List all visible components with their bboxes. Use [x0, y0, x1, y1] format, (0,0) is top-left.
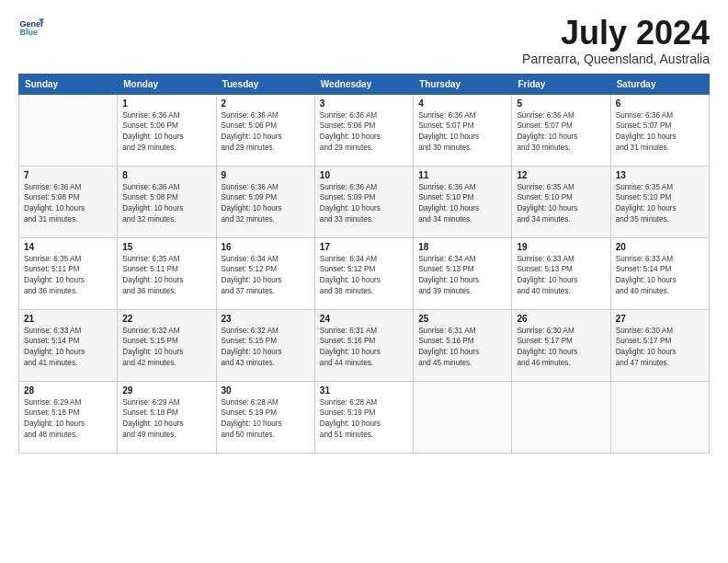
day-info: Sunrise: 6:33 AMSunset: 5:14 PMDaylight:… [24, 326, 112, 370]
day-info: Sunrise: 6:33 AMSunset: 5:14 PMDaylight:… [616, 254, 704, 298]
day-info: Sunrise: 6:31 AMSunset: 5:16 PMDaylight:… [320, 326, 408, 370]
day-number: 7 [24, 170, 112, 180]
calendar-cell: 19Sunrise: 6:33 AMSunset: 5:13 PMDayligh… [512, 237, 610, 309]
calendar-body: 1Sunrise: 6:36 AMSunset: 5:06 PMDaylight… [19, 94, 710, 453]
day-number: 9 [222, 170, 310, 180]
calendar-cell: 8Sunrise: 6:36 AMSunset: 5:08 PMDaylight… [118, 166, 216, 237]
day-info: Sunrise: 6:29 AMSunset: 5:18 PMDaylight:… [24, 397, 112, 442]
calendar-cell: 26Sunrise: 6:30 AMSunset: 5:17 PMDayligh… [512, 309, 610, 381]
calendar-cell: 28Sunrise: 6:29 AMSunset: 5:18 PMDayligh… [19, 381, 118, 453]
week-row-2: 7Sunrise: 6:36 AMSunset: 5:08 PMDaylight… [19, 166, 710, 237]
day-info: Sunrise: 6:36 AMSunset: 5:10 PMDaylight:… [418, 182, 506, 226]
day-info: Sunrise: 6:35 AMSunset: 5:10 PMDaylight:… [616, 182, 704, 226]
day-number: 2 [222, 98, 310, 109]
week-row-4: 21Sunrise: 6:33 AMSunset: 5:14 PMDayligh… [19, 309, 710, 381]
calendar-cell: 14Sunrise: 6:35 AMSunset: 5:11 PMDayligh… [19, 237, 118, 309]
calendar-cell: 30Sunrise: 6:28 AMSunset: 5:19 PMDayligh… [216, 381, 314, 453]
day-number: 22 [122, 314, 210, 324]
day-number: 16 [222, 242, 310, 252]
calendar-cell: 3Sunrise: 6:36 AMSunset: 5:06 PMDaylight… [314, 94, 413, 166]
day-info: Sunrise: 6:30 AMSunset: 5:17 PMDaylight:… [616, 326, 704, 370]
day-number: 31 [320, 385, 408, 396]
day-number: 26 [517, 314, 605, 324]
day-number: 12 [517, 170, 605, 180]
calendar-cell: 17Sunrise: 6:34 AMSunset: 5:12 PMDayligh… [314, 237, 413, 309]
svg-text:Blue: Blue [19, 28, 38, 37]
calendar-cell: 16Sunrise: 6:34 AMSunset: 5:12 PMDayligh… [216, 237, 314, 309]
calendar-cell: 31Sunrise: 6:28 AMSunset: 5:19 PMDayligh… [314, 381, 413, 453]
calendar-cell: 12Sunrise: 6:35 AMSunset: 5:10 PMDayligh… [512, 166, 610, 237]
calendar-cell: 10Sunrise: 6:36 AMSunset: 5:09 PMDayligh… [314, 166, 413, 237]
day-info: Sunrise: 6:34 AMSunset: 5:12 PMDaylight:… [320, 254, 408, 298]
day-number: 20 [616, 242, 704, 252]
day-info: Sunrise: 6:36 AMSunset: 5:06 PMDaylight:… [122, 110, 210, 155]
header-day-sunday: Sunday [19, 74, 118, 94]
day-number: 4 [418, 98, 506, 109]
calendar-cell: 29Sunrise: 6:29 AMSunset: 5:18 PMDayligh… [118, 381, 216, 453]
day-info: Sunrise: 6:36 AMSunset: 5:09 PMDaylight:… [222, 182, 310, 226]
calendar-cell: 6Sunrise: 6:36 AMSunset: 5:07 PMDaylight… [610, 94, 709, 166]
calendar-cell: 11Sunrise: 6:36 AMSunset: 5:10 PMDayligh… [414, 166, 512, 237]
calendar-cell [512, 381, 610, 453]
calendar-cell [610, 381, 709, 453]
day-info: Sunrise: 6:28 AMSunset: 5:19 PMDaylight:… [222, 397, 310, 442]
calendar-cell: 4Sunrise: 6:36 AMSunset: 5:07 PMDaylight… [414, 94, 512, 166]
day-number: 3 [320, 98, 408, 109]
day-number: 21 [24, 314, 112, 324]
day-number: 27 [616, 314, 704, 324]
day-info: Sunrise: 6:36 AMSunset: 5:07 PMDaylight:… [418, 110, 506, 155]
day-info: Sunrise: 6:28 AMSunset: 5:19 PMDaylight:… [320, 397, 408, 442]
week-row-1: 1Sunrise: 6:36 AMSunset: 5:06 PMDaylight… [19, 94, 710, 166]
calendar-table: SundayMondayTuesdayWednesdayThursdayFrid… [18, 74, 710, 454]
day-number: 15 [122, 242, 210, 252]
day-number: 11 [418, 170, 506, 180]
header: General Blue July 2024 Parrearra, Queens… [18, 15, 710, 66]
day-number: 8 [122, 170, 210, 180]
calendar-header-row: SundayMondayTuesdayWednesdayThursdayFrid… [19, 74, 710, 94]
day-info: Sunrise: 6:31 AMSunset: 5:16 PMDaylight:… [418, 326, 506, 370]
day-info: Sunrise: 6:35 AMSunset: 5:11 PMDaylight:… [122, 254, 210, 298]
day-info: Sunrise: 6:30 AMSunset: 5:17 PMDaylight:… [517, 326, 605, 370]
day-info: Sunrise: 6:35 AMSunset: 5:10 PMDaylight:… [517, 182, 605, 226]
day-info: Sunrise: 6:36 AMSunset: 5:07 PMDaylight:… [616, 110, 704, 155]
logo-icon: General Blue [18, 15, 44, 40]
calendar-cell: 1Sunrise: 6:36 AMSunset: 5:06 PMDaylight… [118, 94, 216, 166]
header-day-thursday: Thursday [414, 74, 512, 94]
calendar-cell: 5Sunrise: 6:36 AMSunset: 5:07 PMDaylight… [512, 94, 610, 166]
day-number: 30 [222, 385, 310, 396]
calendar-cell: 25Sunrise: 6:31 AMSunset: 5:16 PMDayligh… [414, 309, 512, 381]
day-info: Sunrise: 6:32 AMSunset: 5:15 PMDaylight:… [222, 326, 310, 370]
calendar-cell: 18Sunrise: 6:34 AMSunset: 5:13 PMDayligh… [414, 237, 512, 309]
header-day-tuesday: Tuesday [216, 74, 314, 94]
day-info: Sunrise: 6:36 AMSunset: 5:06 PMDaylight:… [320, 110, 408, 155]
calendar-cell: 21Sunrise: 6:33 AMSunset: 5:14 PMDayligh… [19, 309, 118, 381]
header-day-monday: Monday [118, 74, 216, 94]
header-day-wednesday: Wednesday [314, 74, 413, 94]
day-info: Sunrise: 6:36 AMSunset: 5:09 PMDaylight:… [320, 182, 408, 226]
header-day-friday: Friday [512, 74, 610, 94]
header-day-saturday: Saturday [610, 74, 709, 94]
calendar-cell [19, 94, 118, 166]
day-number: 13 [616, 170, 704, 180]
month-title: July 2024 [522, 15, 710, 52]
week-row-3: 14Sunrise: 6:35 AMSunset: 5:11 PMDayligh… [19, 237, 710, 309]
day-number: 5 [517, 98, 605, 109]
day-number: 1 [122, 98, 210, 109]
day-number: 19 [517, 242, 605, 252]
calendar-cell: 7Sunrise: 6:36 AMSunset: 5:08 PMDaylight… [19, 166, 118, 237]
title-block: July 2024 Parrearra, Queensland, Austral… [522, 15, 710, 66]
day-info: Sunrise: 6:32 AMSunset: 5:15 PMDaylight:… [122, 326, 210, 370]
day-info: Sunrise: 6:35 AMSunset: 5:11 PMDaylight:… [24, 254, 112, 298]
day-info: Sunrise: 6:34 AMSunset: 5:12 PMDaylight:… [222, 254, 310, 298]
day-number: 10 [320, 170, 408, 180]
subtitle: Parrearra, Queensland, Australia [522, 52, 710, 66]
calendar-page: General Blue July 2024 Parrearra, Queens… [0, 0, 728, 563]
calendar-cell [414, 381, 512, 453]
day-info: Sunrise: 6:33 AMSunset: 5:13 PMDaylight:… [517, 254, 605, 298]
day-number: 6 [616, 98, 704, 109]
day-number: 25 [418, 314, 506, 324]
calendar-cell: 27Sunrise: 6:30 AMSunset: 5:17 PMDayligh… [610, 309, 709, 381]
calendar-cell: 2Sunrise: 6:36 AMSunset: 5:06 PMDaylight… [216, 94, 314, 166]
calendar-cell: 23Sunrise: 6:32 AMSunset: 5:15 PMDayligh… [216, 309, 314, 381]
day-number: 17 [320, 242, 408, 252]
